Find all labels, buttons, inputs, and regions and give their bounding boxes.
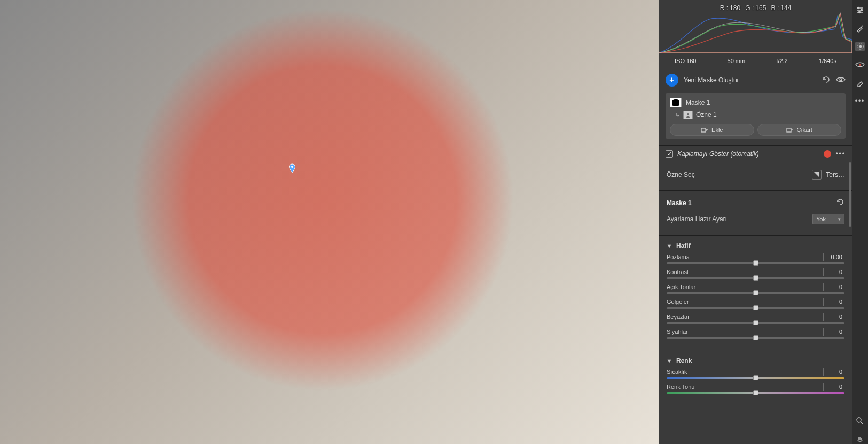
mask-overlay <box>119 0 527 444</box>
tool-rail: ••• <box>852 0 868 444</box>
exif-focal: 50 mm <box>728 58 746 64</box>
histogram[interactable]: R : 180 G : 165 B : 144 <box>659 0 852 53</box>
mask-adjust-title: Maske 1 <box>667 199 832 207</box>
svg-point-8 <box>858 11 860 13</box>
subject-mask-name: Özne 1 <box>696 111 717 119</box>
svg-point-2 <box>687 113 689 115</box>
hierarchy-icon: ↳ <box>675 112 680 119</box>
new-mask-row: + Yeni Maske Oluştur <box>666 74 846 87</box>
exif-shutter: 1/640s <box>819 58 836 64</box>
mask-panel: + Yeni Maske Oluştur Maske 1 ↳ <box>659 68 852 146</box>
slider-whites[interactable]: Beyazlar0 <box>667 313 844 324</box>
hand-pan-icon[interactable] <box>855 434 865 444</box>
subject-pin-icon[interactable] <box>288 163 296 173</box>
new-mask-button[interactable]: + <box>666 74 678 87</box>
invert-icon[interactable] <box>812 170 822 180</box>
undo-icon[interactable] <box>822 76 831 85</box>
eraser-icon[interactable] <box>855 78 865 88</box>
mask-subtract-button[interactable]: Çıkart <box>757 124 842 136</box>
canvas[interactable] <box>0 0 659 444</box>
exif-row: ISO 160 50 mm f/2.2 1/640s <box>659 53 852 68</box>
eye-icon[interactable] <box>836 76 846 84</box>
mask-adjust-section: Maske 1 Ayarlama Hazır Ayarı Yok▾ <box>659 190 852 232</box>
new-mask-label[interactable]: Yeni Maske Oluştur <box>684 76 817 84</box>
select-subject-button[interactable]: Özne Seç <box>667 171 808 178</box>
svg-rect-4 <box>787 128 791 132</box>
overlay-options-icon[interactable]: ••• <box>835 150 846 158</box>
slider-highlights[interactable]: Açık Tonlar0 <box>667 283 844 294</box>
eyedropper-icon[interactable] <box>855 24 865 33</box>
slider-shadows[interactable]: Gölgeler0 <box>667 298 844 309</box>
chevron-down-icon: ▾ <box>667 357 672 364</box>
more-icon[interactable]: ••• <box>855 96 865 106</box>
chevron-down-icon: ▾ <box>667 242 672 250</box>
mask-add-button[interactable]: Ekle <box>670 124 754 136</box>
svg-point-11 <box>859 64 861 66</box>
svg-point-1 <box>840 79 842 81</box>
svg-point-7 <box>861 9 862 11</box>
zoom-icon[interactable] <box>855 416 865 426</box>
mask-card[interactable]: Maske 1 ↳ Özne 1 Ekle Çıka <box>666 93 846 139</box>
overlay-toggle-row: Kaplamayı Göster (otomatik) ••• <box>659 146 852 162</box>
mask-thumb-icon <box>670 98 682 107</box>
scrollbar-thumb[interactable] <box>849 162 851 227</box>
preset-select[interactable]: Yok▾ <box>812 214 844 224</box>
sliders-icon[interactable] <box>855 5 865 15</box>
slider-temperature[interactable]: Sıcaklık0 <box>667 368 844 379</box>
color-header[interactable]: ▾ Renk <box>667 355 844 367</box>
preset-label: Ayarlama Hazır Ayarı <box>667 215 812 223</box>
invert-button[interactable]: Ters… <box>826 171 844 178</box>
svg-point-0 <box>291 166 293 168</box>
right-panel: R : 180 G : 165 B : 144 ISO 160 50 mm f/… <box>659 0 852 444</box>
adjustments-scroll: Özne Seç Ters… Maske 1 <box>659 162 852 444</box>
app-root: R : 180 G : 165 B : 144 ISO 160 50 mm f/… <box>0 0 868 444</box>
reset-icon[interactable] <box>836 198 844 207</box>
select-subject-section: Özne Seç Ters… <box>659 162 852 187</box>
slider-contrast[interactable]: Kontrast0 <box>667 268 844 279</box>
mask-name: Maske 1 <box>686 99 710 106</box>
overlay-color-swatch[interactable] <box>824 150 831 158</box>
redeye-icon[interactable] <box>855 60 865 69</box>
slider-tint[interactable]: Renk Tonu0 <box>667 383 844 394</box>
exif-aperture: f/2.2 <box>776 58 787 64</box>
light-header[interactable]: ▾ Hafif <box>667 240 844 252</box>
subject-thumb-icon <box>683 111 693 119</box>
overlay-checkbox[interactable] <box>666 150 673 158</box>
radial-mask-icon[interactable] <box>855 42 865 51</box>
light-group: ▾ Hafif Pozlama0.00 Kontrast0 Açık Tonla… <box>659 235 852 347</box>
exif-iso: ISO 160 <box>675 58 696 64</box>
svg-point-10 <box>860 46 862 48</box>
slider-blacks[interactable]: Siyahlar0 <box>667 328 844 339</box>
slider-exposure[interactable]: Pozlama0.00 <box>667 253 844 264</box>
svg-point-12 <box>857 418 861 422</box>
overlay-label: Kaplamayı Göster (otomatik) <box>677 150 819 158</box>
svg-rect-3 <box>701 128 706 132</box>
svg-point-6 <box>857 7 859 9</box>
color-group: ▾ Renk Sıcaklık0 Renk Tonu0 <box>659 350 852 402</box>
